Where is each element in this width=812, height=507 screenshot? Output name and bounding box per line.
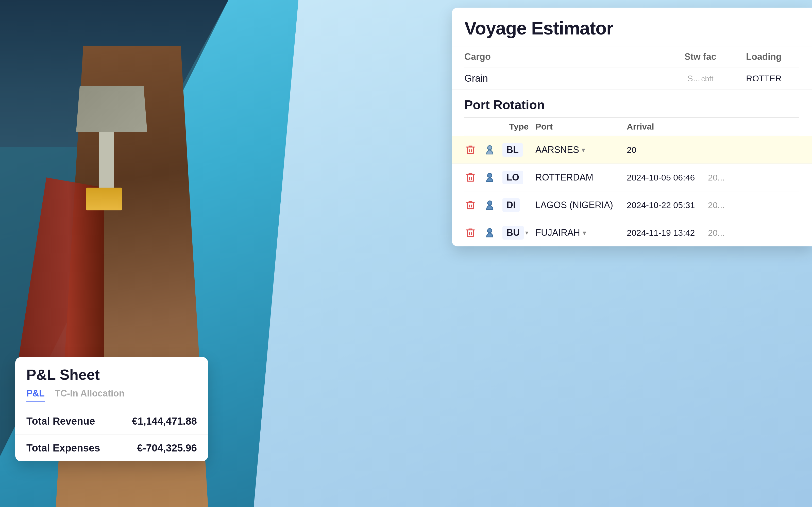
voyage-estimator-panel: Voyage Estimator Cargo Stw fac Loading G… <box>452 8 812 246</box>
svg-point-5 <box>487 203 489 204</box>
pl-header: P&L Sheet P&L TC-In Allocation <box>15 357 208 408</box>
svg-point-7 <box>487 230 489 232</box>
col-type-header: Type <box>502 122 536 131</box>
ship-superstructure <box>76 86 147 132</box>
svg-point-6 <box>488 228 492 233</box>
type-text-0: BL <box>502 143 523 157</box>
port-table-header: Type Port Arrival <box>464 117 799 136</box>
type-text-1: LO <box>502 171 523 184</box>
port-name-text-3: FUJAIRAH <box>536 227 580 238</box>
delete-icon-0[interactable] <box>464 144 476 156</box>
port-name-text-1: ROTTERDAM <box>536 172 593 183</box>
port-row-2: DI LAGOS (NIGERIA) 2024-10-22 05:31 20..… <box>464 191 799 219</box>
pl-revenue-label: Total Revenue <box>27 415 95 427</box>
port-icon-3 <box>482 225 497 240</box>
type-badge-2: DI <box>502 198 536 212</box>
type-badge-1: LO <box>502 171 536 184</box>
svg-point-4 <box>488 201 492 205</box>
col-extra-header <box>708 122 799 131</box>
cargo-row: Grain S...cbft ROTTER <box>464 67 799 90</box>
svg-point-1 <box>487 148 489 149</box>
delete-icon-1[interactable] <box>464 171 476 183</box>
port-name-2: LAGOS (NIGERIA) <box>536 200 627 210</box>
port-rotation-title: Port Rotation <box>464 90 799 117</box>
port-chevron-0: ▾ <box>581 146 585 154</box>
cargo-name: Grain <box>464 73 672 84</box>
port-icon-2 <box>482 198 497 213</box>
cargo-stw-value: S...cbft <box>672 73 728 83</box>
col-icon-header <box>482 122 502 131</box>
type-text-2: DI <box>502 198 520 212</box>
pl-title: P&L Sheet <box>27 366 197 383</box>
type-text-3: BU <box>502 226 524 239</box>
ship-light <box>86 187 122 210</box>
delete-icon-3[interactable] <box>464 227 476 239</box>
cargo-col-loading-label: Loading <box>728 51 799 62</box>
col-delete-header <box>464 122 482 131</box>
pl-tabs: P&L TC-In Allocation <box>27 388 197 402</box>
svg-point-3 <box>487 175 489 177</box>
type-badge-0: BL <box>502 143 536 157</box>
pl-row-expenses: Total Expenses €-704,325.96 <box>15 435 208 461</box>
delete-icon-2[interactable] <box>464 199 476 211</box>
pl-tab-tca[interactable]: TC-In Allocation <box>55 388 124 402</box>
type-chevron-3: ▾ <box>525 229 528 236</box>
port-row-0: BL AARSNES ▾ 20 <box>452 136 812 164</box>
port-rotation-section: Port Rotation Type Port Arrival <box>452 90 812 246</box>
arrival-1: 2024-10-05 06:46 <box>627 173 708 182</box>
cargo-col-stw-label: Stw fac <box>672 51 728 62</box>
port-icon-1 <box>482 170 497 185</box>
pl-sheet-panel: P&L Sheet P&L TC-In Allocation Total Rev… <box>15 357 208 461</box>
voyage-header: Voyage Estimator <box>452 8 812 46</box>
port-row-1: LO ROTTERDAM 2024-10-05 06:46 20... <box>464 164 799 191</box>
pl-tab-pl[interactable]: P&L <box>27 388 45 402</box>
pl-expenses-value: €-704,325.96 <box>137 442 197 454</box>
arrival-extra-3: 20... <box>708 228 799 238</box>
voyage-title: Voyage Estimator <box>464 18 799 39</box>
pl-row-revenue: Total Revenue €1,144,471.88 <box>15 408 208 435</box>
port-row-3: BU ▾ FUJAIRAH ▾ 2024-11-19 13:42 20... <box>464 219 799 246</box>
cargo-section: Cargo Stw fac Loading Grain S...cbft ROT… <box>452 46 812 90</box>
port-name-3: FUJAIRAH ▾ <box>536 227 627 238</box>
pl-expenses-label: Total Expenses <box>27 442 100 454</box>
svg-point-0 <box>488 146 492 150</box>
port-name-0: AARSNES ▾ <box>536 145 627 155</box>
svg-point-2 <box>488 173 492 177</box>
arrival-extra-2: 20... <box>708 200 799 210</box>
col-arrival-header: Arrival <box>627 122 708 131</box>
col-port-header: Port <box>536 122 627 131</box>
cargo-table-header: Cargo Stw fac Loading <box>464 46 799 67</box>
port-name-text-2: LAGOS (NIGERIA) <box>536 200 613 210</box>
cargo-col-cargo-label: Cargo <box>464 51 672 62</box>
port-icon-0 <box>482 142 497 157</box>
cargo-loading-value: ROTTER <box>728 73 799 83</box>
arrival-3: 2024-11-19 13:42 <box>627 228 708 238</box>
pl-revenue-value: €1,144,471.88 <box>132 415 197 427</box>
port-name-1: ROTTERDAM <box>536 172 627 183</box>
port-name-text-0: AARSNES <box>536 145 579 155</box>
arrival-extra-1: 20... <box>708 173 799 182</box>
type-badge-3: BU ▾ <box>502 226 536 239</box>
arrival-0: 20 <box>627 145 708 155</box>
port-chevron-3: ▾ <box>582 229 586 237</box>
arrival-2: 2024-10-22 05:31 <box>627 200 708 210</box>
